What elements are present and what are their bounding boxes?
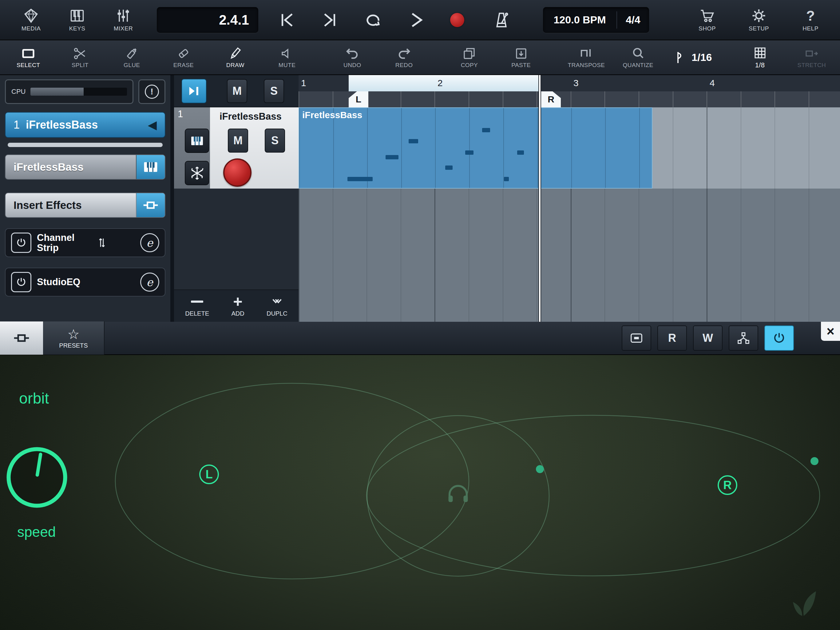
effect-edit-button[interactable]: e xyxy=(140,272,159,291)
add-track-button[interactable]: + ADD xyxy=(231,295,244,317)
global-mute-button[interactable]: M xyxy=(227,79,247,103)
tempo-display[interactable]: 120.0 BPM 4/4 xyxy=(543,7,649,33)
select-tool-button[interactable]: SELECT xyxy=(2,46,54,69)
skip-to-end-button[interactable] xyxy=(321,11,339,29)
grid-value-button[interactable]: 1/8 xyxy=(734,46,786,69)
help-button[interactable]: ? HELP xyxy=(789,8,832,32)
track-freeze-button[interactable] xyxy=(185,161,209,185)
duplicate-track-button[interactable]: DUPLC xyxy=(267,295,287,317)
glue-tool-button[interactable]: GLUE xyxy=(106,46,158,69)
track-selector-button[interactable]: 1 iFretlessBass ◀ xyxy=(5,112,166,138)
track-list-header: M S xyxy=(174,75,298,108)
midi-note xyxy=(445,166,453,170)
bar-number: 2 xyxy=(437,78,443,88)
routing-button[interactable] xyxy=(729,326,758,351)
metronome-button[interactable] xyxy=(493,11,510,29)
close-panel-button[interactable]: × xyxy=(821,322,840,341)
instrument-row[interactable]: iFretlessBass xyxy=(5,154,166,180)
timeline-ruler[interactable]: 1 2 3 4 xyxy=(298,75,840,91)
cpu-meter-box: CPU xyxy=(5,79,133,104)
arrange-area[interactable]: iFretlessBass 1 2 3 4 L R xyxy=(298,75,840,322)
split-tool-button[interactable]: SPLIT xyxy=(54,46,106,69)
collapse-arrow-icon[interactable]: ◀ xyxy=(148,118,157,131)
play-button[interactable] xyxy=(407,11,425,29)
draw-label: DRAW xyxy=(226,62,245,69)
playhead[interactable] xyxy=(539,75,540,322)
instrument-keyboard-icon xyxy=(190,133,204,148)
track-mute-button[interactable]: M xyxy=(228,128,248,153)
copy-button[interactable]: COPY xyxy=(444,46,495,69)
inspector-panel: CPU ! 1 iFretlessBass ◀ iFretlessBass In… xyxy=(0,75,171,322)
piano-icon xyxy=(142,159,159,175)
select-label: SELECT xyxy=(17,62,40,69)
mute-tool-button[interactable]: MUTE xyxy=(261,46,313,69)
plus-icon: + xyxy=(233,295,242,308)
auto-scroll-button[interactable] xyxy=(182,79,207,103)
setup-button[interactable]: SETUP xyxy=(737,8,780,32)
skip-to-start-button[interactable] xyxy=(278,11,296,29)
midi-clip[interactable]: iFretlessBass xyxy=(298,108,652,188)
effect-power-button[interactable] xyxy=(11,233,32,253)
orbit-dot-right[interactable] xyxy=(810,457,818,465)
orbit-dot-center[interactable] xyxy=(536,465,544,473)
insert-effects-button[interactable] xyxy=(136,193,165,217)
glue-label: GLUE xyxy=(123,62,140,69)
split-label: SPLIT xyxy=(72,62,88,69)
transport-controls xyxy=(278,11,464,29)
power-icon xyxy=(15,276,27,288)
auto-scroll-icon xyxy=(187,84,201,98)
arrange-background[interactable] xyxy=(298,188,840,322)
effect-edit-button[interactable]: e xyxy=(140,233,159,252)
sync-value-button[interactable]: 1/16 xyxy=(664,50,722,65)
track-solo-button[interactable]: S xyxy=(265,128,285,153)
automation-read-button[interactable]: R xyxy=(657,326,687,351)
track-header[interactable]: 1 iFretlessBass M S xyxy=(174,108,298,188)
instrument-editor-button[interactable] xyxy=(136,155,165,179)
track-record-arm-button[interactable] xyxy=(223,158,251,187)
bar-number: 3 xyxy=(573,78,579,88)
redo-button[interactable]: REDO xyxy=(378,46,430,69)
keys-button[interactable]: KEYS xyxy=(54,8,100,32)
effect-power-button[interactable] xyxy=(764,326,794,351)
keys-label: KEYS xyxy=(69,25,85,32)
insert-effects-row[interactable]: Insert Effects xyxy=(5,193,166,218)
copy-icon xyxy=(462,46,477,61)
record-button[interactable] xyxy=(450,13,464,27)
effect-slot-channel-strip[interactable]: Channel Strip e xyxy=(5,228,166,257)
insert-effect-tab[interactable] xyxy=(0,321,43,355)
quantize-button[interactable]: QUANTIZE xyxy=(612,46,664,69)
quantize-icon xyxy=(631,46,645,61)
timeline-beat-ruler[interactable]: L R xyxy=(298,91,840,108)
paste-button[interactable]: PASTE xyxy=(495,46,547,69)
loop-start-marker[interactable]: L xyxy=(349,91,368,108)
presets-button[interactable]: ☆ PRESETS xyxy=(43,321,104,355)
mixer-button[interactable]: MIXER xyxy=(100,8,146,32)
undo-label: UNDO xyxy=(343,62,361,69)
presets-label: PRESETS xyxy=(59,342,88,349)
undo-button[interactable]: UNDO xyxy=(327,46,378,69)
loop-button[interactable] xyxy=(364,11,382,29)
track-instrument-button[interactable] xyxy=(185,128,209,153)
orbit-visualization[interactable]: L R xyxy=(0,355,840,630)
power-icon xyxy=(772,331,786,345)
erase-tool-button[interactable]: ERASE xyxy=(158,46,209,69)
transpose-button[interactable]: TRANSPOSE xyxy=(561,46,612,69)
time-signature-value: 4/4 xyxy=(617,14,649,26)
snowflake-icon xyxy=(190,166,204,180)
shop-button[interactable]: SHOP xyxy=(686,8,729,32)
loop-region[interactable] xyxy=(349,75,540,91)
delete-track-button[interactable]: DELETE xyxy=(185,295,209,317)
warning-button[interactable]: ! xyxy=(138,79,166,104)
draw-tool-button[interactable]: DRAW xyxy=(209,46,261,69)
loop-end-marker[interactable]: R xyxy=(541,91,561,108)
expand-button[interactable] xyxy=(622,326,651,351)
effect-power-button[interactable] xyxy=(11,272,32,292)
automation-write-button[interactable]: W xyxy=(693,326,723,351)
orbit-effect-panel: orbit speed L R xyxy=(0,355,840,630)
song-position-display[interactable]: 2.4.1 xyxy=(157,7,258,33)
undo-icon xyxy=(345,46,360,61)
media-button[interactable]: MEDIA xyxy=(8,8,54,32)
global-solo-button[interactable]: S xyxy=(264,79,284,103)
bpm-value: 120.0 BPM xyxy=(543,14,616,26)
effect-slot-studioeq[interactable]: StudioEQ e xyxy=(5,268,166,296)
